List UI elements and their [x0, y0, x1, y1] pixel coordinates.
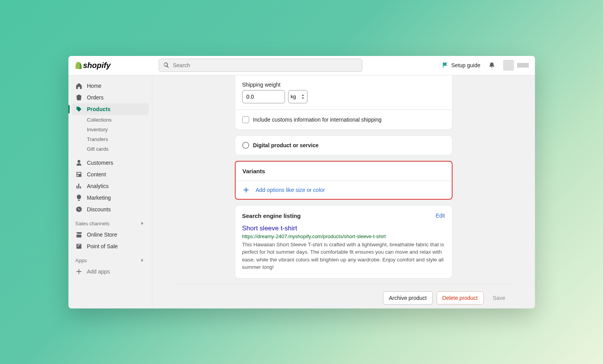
store-icon — [75, 231, 82, 238]
products-icon — [75, 106, 82, 113]
add-variant-option[interactable]: Add options like size or color — [236, 181, 452, 199]
nav-online-store-label: Online Store — [87, 232, 117, 238]
avatar — [503, 60, 514, 71]
nav-marketing[interactable]: Marketing — [72, 192, 149, 204]
main-content: Shipping weight kg Include customs infor… — [152, 75, 535, 308]
nav-pos[interactable]: Point of Sale — [72, 240, 149, 252]
sales-channels-header[interactable]: Sales channels — [72, 215, 149, 229]
digital-section: Digital product or service — [235, 136, 452, 155]
weight-input[interactable] — [242, 90, 285, 103]
orders-icon — [75, 94, 82, 101]
customs-section: Include customs information for internat… — [235, 110, 452, 129]
bell-icon[interactable] — [488, 62, 495, 69]
customs-label: Include customs information for internat… — [253, 117, 382, 123]
weight-label: Shipping weight — [242, 82, 445, 88]
shipping-weight-section: Shipping weight kg — [235, 75, 452, 110]
nav-discounts-label: Discounts — [87, 206, 111, 212]
weight-unit-value: kg — [291, 94, 296, 99]
discounts-icon — [75, 206, 82, 213]
account-menu[interactable] — [503, 60, 529, 71]
nav-gift-cards[interactable]: Gift cards — [72, 144, 149, 154]
search-box[interactable] — [159, 59, 362, 72]
seo-edit-link[interactable]: Edit — [435, 212, 445, 219]
apps-header-label: Apps — [75, 258, 87, 263]
actions-row: Archive product Delete product Save — [177, 284, 511, 305]
nav-analytics[interactable]: Analytics — [72, 180, 149, 192]
nav-products-label: Products — [87, 106, 111, 112]
digital-radio-row[interactable]: Digital product or service — [242, 142, 445, 149]
seo-url: https://dreamy-2407.myshopify.com/produc… — [242, 233, 445, 239]
customers-icon — [75, 159, 82, 166]
nav-customers[interactable]: Customers — [72, 157, 149, 169]
topbar-right: Setup guide — [442, 60, 529, 71]
weight-row: kg — [242, 90, 445, 103]
nav-orders[interactable]: Orders — [72, 92, 149, 103]
nav-home[interactable]: Home — [72, 80, 149, 92]
variants-card: Variants Add options like size or color — [235, 161, 453, 200]
save-button[interactable]: Save — [488, 291, 511, 305]
marketing-icon — [75, 194, 82, 201]
nav-customers-label: Customers — [87, 160, 114, 166]
pos-icon — [75, 243, 82, 250]
search-input[interactable] — [173, 62, 358, 68]
seo-header: Search engine listing Edit — [235, 206, 452, 222]
nav-pos-label: Point of Sale — [87, 243, 118, 249]
nav-home-label: Home — [87, 83, 101, 89]
seo-section-title: Search engine listing — [242, 212, 301, 219]
setup-guide-label: Setup guide — [451, 62, 481, 68]
add-variant-label: Add options like size or color — [256, 187, 325, 193]
chevron-right-icon — [140, 221, 145, 226]
avatar-label — [517, 63, 529, 68]
nav-marketing-label: Marketing — [87, 195, 111, 201]
top-bar: shopify Setup guide — [68, 56, 535, 75]
sales-channels-label: Sales channels — [75, 221, 110, 226]
digital-card: Digital product or service — [235, 135, 453, 155]
digital-radio[interactable] — [242, 142, 249, 149]
nav-collections[interactable]: Collections — [72, 115, 149, 125]
app-body: Home Orders Products Collections Invento… — [68, 75, 535, 308]
add-apps-label: Add apps — [87, 268, 110, 275]
customs-checkbox[interactable] — [242, 116, 249, 123]
chevron-right-icon — [140, 258, 145, 263]
nav-products[interactable]: Products — [72, 103, 149, 115]
digital-label: Digital product or service — [253, 142, 319, 148]
brand-text: shopify — [83, 61, 111, 70]
seo-page-title: Short sleeve t-shirt — [242, 225, 445, 232]
analytics-icon — [75, 183, 82, 190]
seo-preview: Short sleeve t-shirt https://dreamy-2407… — [235, 222, 452, 278]
seo-card: Search engine listing Edit Short sleeve … — [235, 205, 453, 279]
plus-icon — [243, 186, 250, 193]
content-icon — [75, 171, 82, 178]
app-window: shopify Setup guide Home — [68, 56, 535, 308]
weight-unit-select[interactable]: kg — [288, 90, 308, 103]
customs-checkbox-row[interactable]: Include customs information for internat… — [242, 116, 445, 123]
sidebar: Home Orders Products Collections Invento… — [68, 75, 152, 308]
apps-header[interactable]: Apps — [72, 252, 149, 266]
nav-orders-label: Orders — [87, 94, 104, 101]
nav-content-label: Content — [87, 171, 106, 178]
add-apps[interactable]: Add apps — [72, 266, 149, 277]
flag-icon — [442, 62, 448, 68]
setup-guide-link[interactable]: Setup guide — [442, 62, 481, 68]
nav-online-store[interactable]: Online Store — [72, 229, 149, 240]
archive-button[interactable]: Archive product — [383, 291, 432, 305]
nav-inventory[interactable]: Inventory — [72, 125, 149, 134]
nav-analytics-label: Analytics — [87, 183, 109, 189]
home-icon — [75, 82, 82, 89]
plus-icon — [75, 268, 82, 275]
nav-transfers[interactable]: Transfers — [72, 134, 149, 144]
shipping-card: Shipping weight kg Include customs infor… — [235, 75, 453, 130]
brand-logo[interactable]: shopify — [75, 61, 152, 70]
variants-title: Variants — [236, 162, 452, 181]
nav-content[interactable]: Content — [72, 169, 149, 180]
search-icon — [163, 62, 170, 69]
shopify-bag-icon — [75, 61, 82, 70]
nav-discounts[interactable]: Discounts — [72, 204, 149, 215]
seo-description: This Hawaiian Short Sleeve T-shirt is cr… — [242, 241, 445, 271]
sort-icon — [301, 94, 305, 99]
delete-button[interactable]: Delete product — [437, 291, 484, 305]
